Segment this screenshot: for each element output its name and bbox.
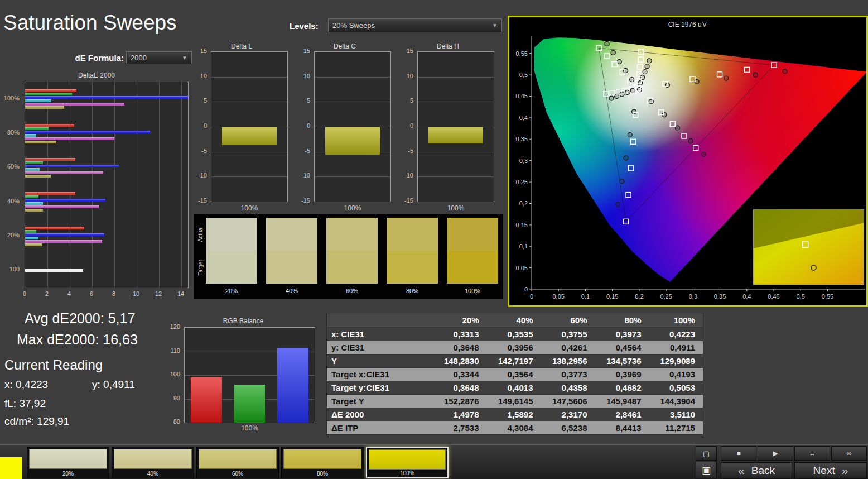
max-label: Max dE2000: [17, 332, 99, 347]
measurement-table: 20%40%60%80%100%x: CIE310,33130,35350,37… [326, 313, 703, 435]
bar-magenta [25, 171, 103, 174]
svg-text:0,35: 0,35 [714, 293, 726, 300]
patch-swatch [29, 449, 107, 469]
cd-value: 129,91 [37, 415, 69, 427]
bar-cyan [25, 202, 43, 205]
current-color-patch [0, 457, 22, 479]
patch-button-40pct[interactable]: 40% [112, 447, 194, 478]
app-window: Saturation Sweeps dE Formula: 2000 ▼ Lev… [0, 0, 868, 479]
swatch-column: 80% [387, 218, 438, 294]
patch-swatch [369, 449, 446, 470]
svg-text:0,5: 0,5 [519, 71, 528, 78]
table-header-cell: 20% [433, 313, 487, 328]
gridline [418, 176, 494, 177]
axis-tick-label: 90 [167, 395, 180, 401]
bar-green [25, 127, 49, 130]
bar-green [25, 161, 43, 164]
bar-yellow [25, 243, 42, 246]
bar-100% [222, 127, 277, 145]
layout-button[interactable]: ▢ [696, 446, 717, 461]
table-cell: 144,3904 [649, 395, 703, 408]
deltae-y-axis: 100%80%60%40%20%100 [4, 82, 21, 288]
axis-tick-label: 10 [194, 73, 207, 79]
delta-c-chart: Delta C 151050-5-10-15 100% [298, 42, 391, 215]
svg-text:0,1: 0,1 [581, 293, 590, 300]
continuous-button[interactable]: ∞ [831, 446, 867, 461]
patch-button-20pct[interactable]: 20% [27, 447, 109, 478]
back-chevron-icon: « [738, 464, 745, 477]
table-header-cell: 80% [595, 313, 649, 328]
category-label: 100 [3, 266, 20, 272]
actual-swatch [326, 218, 378, 251]
table-cell: 0,4564 [595, 341, 649, 355]
cie-diagram: 000,050,050,10,10,150,150,20,20,250,250,… [509, 30, 866, 302]
axis-tick-label: 110 [167, 347, 180, 354]
next-label: Next [813, 464, 835, 477]
back-button[interactable]: « Back [721, 462, 792, 479]
patch-label: 40% [112, 471, 194, 477]
patch-button-100pct[interactable]: 100% [366, 447, 449, 478]
bar-100% [325, 127, 380, 155]
axis-tick-label: 15 [297, 47, 310, 54]
svg-text:0,45: 0,45 [516, 93, 528, 99]
next-button[interactable]: Next » [794, 462, 867, 479]
table-header-cell: 100% [649, 313, 703, 328]
y-label: y: [92, 379, 100, 390]
row-label: x: CIE31 [327, 328, 433, 341]
table-cell: 0,4682 [595, 381, 649, 395]
category-label: 40% [3, 198, 20, 204]
patch-label: 20% [27, 471, 109, 477]
gridline [70, 82, 70, 288]
svg-text:0,4: 0,4 [742, 293, 751, 300]
table-cell: 129,9089 [649, 355, 703, 368]
row-label: Target y:CIE31 [327, 381, 433, 395]
bar-100% [428, 127, 483, 143]
target-swatch [387, 251, 438, 284]
patch-window-button[interactable]: ▣ [696, 462, 717, 478]
table-cell: 0,5053 [649, 381, 703, 395]
bar-red [25, 124, 74, 127]
table-row: Target y:CIE310,36480,40130,43580,46820,… [327, 381, 703, 395]
gridline [211, 77, 287, 78]
patch-button-60pct[interactable]: 60% [196, 447, 279, 478]
de-formula-value: 2000 [131, 54, 147, 62]
field-size-button[interactable]: ↔ [794, 446, 830, 461]
bar-magenta [25, 205, 99, 208]
gridline [47, 82, 48, 288]
axis-tick-label: 0 [23, 290, 26, 297]
gridline [315, 176, 390, 177]
table-cell: 0,3755 [541, 328, 595, 341]
target-label: Target [197, 251, 204, 285]
svg-text:0,25: 0,25 [660, 293, 672, 300]
patch-button-80pct[interactable]: 80% [281, 447, 364, 478]
chart-title: RGB Balance [168, 317, 318, 325]
svg-text:0,2: 0,2 [519, 200, 528, 207]
chart-title: Delta L [195, 42, 288, 50]
play-button[interactable]: ▶ [758, 446, 793, 461]
de-formula-dropdown[interactable]: 2000 ▼ [126, 51, 192, 64]
table-cell: 11,2715 [649, 421, 703, 435]
axis-tick-label: 100 [167, 371, 180, 377]
table-row: y: CIE310,36480,39560,42610,45640,4911 [327, 341, 703, 355]
stop-button[interactable]: ■ [721, 446, 756, 461]
de-formula-label: dE Formula: [62, 53, 124, 63]
axis-tick-label: 15 [194, 47, 207, 54]
cie-title: CIE 1976 u'v' [509, 21, 866, 28]
swatch-column: 60% [326, 218, 378, 294]
current-cdm2: cd/m²: 129,91 [4, 415, 69, 428]
delta-c-plot [314, 51, 391, 202]
bar-cyan [25, 134, 36, 137]
svg-text:0,05: 0,05 [516, 265, 528, 271]
row-label: ΔE ITP [327, 421, 433, 435]
table-cell: 152,2876 [433, 395, 487, 408]
gridline [92, 82, 93, 288]
category-label: 100% [3, 95, 20, 102]
row-label: y: CIE31 [327, 341, 433, 355]
axis-tick-label: 14 [177, 290, 184, 297]
levels-dropdown[interactable]: 20% Sweeps ▼ [328, 18, 502, 32]
axis-tick-label: 12 [155, 290, 162, 297]
bar-yellow [25, 106, 64, 109]
table-cell: 148,2830 [433, 355, 487, 368]
swatch-label: 80% [387, 288, 438, 294]
table-cell: 0,3313 [433, 328, 487, 341]
